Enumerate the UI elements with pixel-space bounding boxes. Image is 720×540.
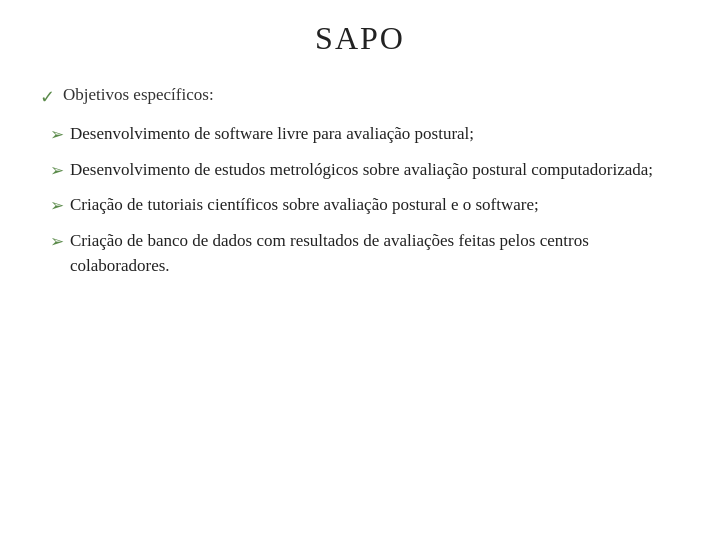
arrow-icon-3: ➢ [50,194,64,219]
arrow-icon-4: ➢ [50,230,64,255]
page-title: SAPO [40,20,680,57]
title-area: SAPO [40,20,680,57]
list-item: ➢ Criação de banco de dados com resultad… [50,229,680,278]
section-header: ✓ Objetivos específicos: [40,85,680,108]
bullet-text-3: Criação de tutoriais científicos sobre a… [70,193,680,218]
section-title: Objetivos específicos: [63,85,214,105]
checkmark-icon: ✓ [40,86,55,108]
bullet-list: ➢ Desenvolvimento de software livre para… [40,122,680,288]
bullet-text-1: Desenvolvimento de software livre para a… [70,122,680,147]
page: SAPO ✓ Objetivos específicos: ➢ Desenvol… [0,0,720,540]
bullet-text-2: Desenvolvimento de estudos metrológicos … [70,158,680,183]
list-item: ➢ Desenvolvimento de software livre para… [50,122,680,148]
content-area: ✓ Objetivos específicos: ➢ Desenvolvimen… [40,85,680,510]
list-item: ➢ Criação de tutoriais científicos sobre… [50,193,680,219]
list-item: ➢ Desenvolvimento de estudos metrológico… [50,158,680,184]
arrow-icon-2: ➢ [50,159,64,184]
bullet-text-4: Criação de banco de dados com resultados… [70,229,680,278]
arrow-icon-1: ➢ [50,123,64,148]
